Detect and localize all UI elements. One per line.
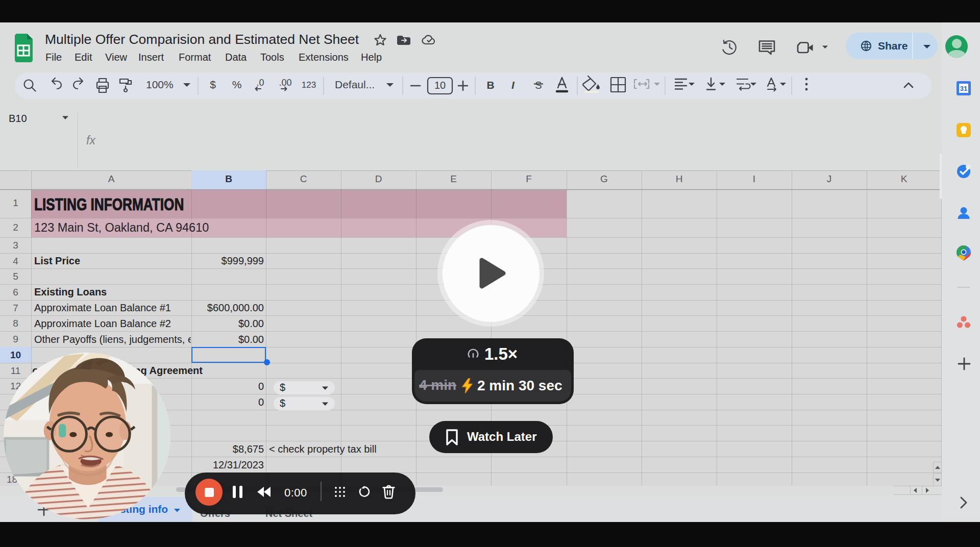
- svg-text:I: I: [511, 79, 515, 91]
- svg-text:31: 31: [960, 85, 967, 92]
- svg-text:.00: .00: [279, 78, 291, 88]
- svg-text:.0: .0: [256, 78, 264, 88]
- svg-text:B: B: [486, 79, 494, 91]
- svg-text:$: $: [210, 79, 216, 90]
- svg-text:123: 123: [302, 80, 316, 90]
- svg-text:10: 10: [434, 80, 446, 91]
- svg-text:S: S: [535, 80, 542, 91]
- svg-text:Defaul...: Defaul...: [335, 79, 375, 90]
- svg-text:%: %: [232, 79, 242, 90]
- svg-text:100%: 100%: [146, 79, 174, 90]
